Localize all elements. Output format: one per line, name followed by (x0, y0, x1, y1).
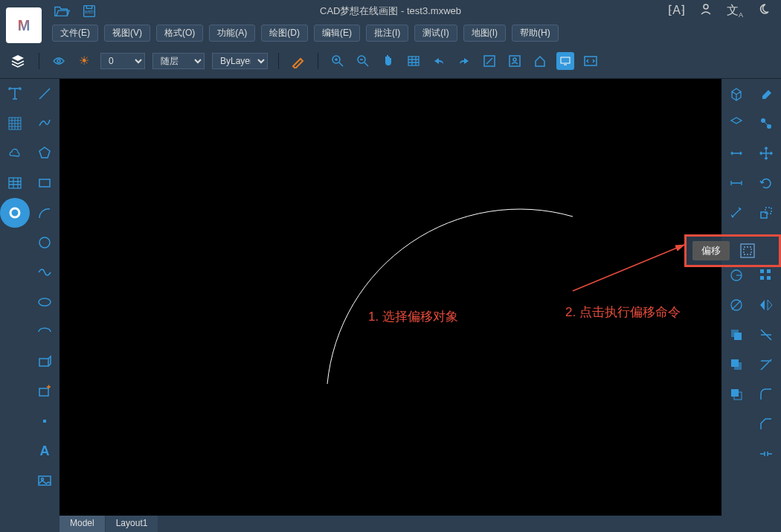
tab-layout1[interactable]: Layout1 (106, 516, 159, 532)
overlap-icon[interactable] (721, 320, 751, 350)
svg-rect-14 (39, 179, 50, 187)
menu-format[interactable]: 格式(O) (156, 25, 203, 42)
cloud-tool-icon[interactable] (0, 138, 30, 168)
zoom-in-icon[interactable] (329, 52, 347, 70)
theme-icon[interactable] (758, 3, 770, 19)
ring-tool-icon[interactable] (0, 198, 30, 228)
svg-rect-20 (43, 420, 46, 423)
svg-rect-37 (731, 359, 739, 367)
drawing-canvas[interactable]: 1. 选择偏移对象 2. 点击执行偏移命令 (60, 79, 721, 532)
code-icon[interactable] (582, 52, 600, 70)
bring-front-icon[interactable] (721, 379, 751, 409)
app-logo[interactable]: M (6, 7, 42, 43)
svg-point-16 (39, 237, 50, 248)
screen-icon[interactable] (556, 52, 574, 70)
user-icon[interactable] (700, 3, 712, 19)
zoom-out-icon[interactable] (354, 52, 372, 70)
ellipse-tool-icon[interactable] (30, 287, 60, 317)
mtext-tool-icon[interactable]: A (30, 436, 60, 466)
rotate-icon[interactable] (751, 168, 781, 198)
scale-icon[interactable] (751, 198, 781, 228)
layers-button[interactable] (7, 51, 28, 71)
rectangle-tool-icon[interactable] (30, 168, 60, 198)
table-tool-icon[interactable] (0, 168, 30, 198)
mirror-icon[interactable] (751, 290, 781, 320)
svg-rect-31 (760, 276, 764, 280)
svg-rect-35 (734, 333, 742, 340)
dim-horizontal-icon[interactable] (721, 138, 751, 168)
move-icon[interactable] (751, 138, 781, 168)
arc-object[interactable] (60, 79, 721, 518)
arc-tool-icon[interactable] (30, 198, 60, 228)
svg-rect-13 (9, 178, 21, 188)
grid-icon[interactable] (405, 52, 422, 70)
extent-icon[interactable] (481, 52, 498, 70)
color-combo[interactable]: ByLayer (212, 53, 268, 69)
sun-icon[interactable]: ☀ (75, 52, 93, 70)
menu-map[interactable]: 地图(I) (463, 25, 506, 42)
trim-icon[interactable] (751, 320, 781, 350)
save-file-icon[interactable]: web (81, 4, 97, 19)
offset-tool-icon[interactable] (737, 240, 758, 261)
copy-icon[interactable] (751, 109, 781, 138)
line-tool-icon[interactable] (30, 79, 60, 109)
dim-aligned-icon[interactable] (721, 198, 751, 228)
menu-draw[interactable]: 绘图(D) (261, 25, 308, 42)
svg-rect-32 (767, 276, 771, 280)
polyline-tool-icon[interactable] (30, 109, 60, 138)
tab-model[interactable]: Model (60, 516, 106, 532)
home-icon[interactable] (531, 52, 549, 70)
svg-point-15 (10, 208, 19, 217)
ellipse-arc-tool-icon[interactable] (30, 317, 60, 347)
image-tool-icon[interactable] (30, 466, 60, 496)
menu-annotate[interactable]: 批注(I) (366, 25, 408, 42)
3d-box-icon[interactable] (721, 79, 751, 109)
annotation-step2: 2. 点击执行偏移命令 (565, 304, 681, 321)
text-tool-icon[interactable] (0, 79, 30, 109)
svg-point-17 (39, 298, 51, 306)
spline-tool-icon[interactable] (30, 257, 60, 287)
linetype-combo[interactable]: 随层 (152, 53, 205, 69)
svg-rect-18 (39, 359, 48, 366)
undo-icon[interactable] (430, 52, 448, 70)
menu-function[interactable]: 功能(A) (209, 25, 255, 42)
menu-test[interactable]: 测试(I) (414, 25, 457, 42)
chamfer-icon[interactable] (751, 409, 781, 439)
redo-icon[interactable] (455, 52, 473, 70)
menu-file[interactable]: 文件(E) (52, 25, 98, 42)
open-file-icon[interactable] (54, 4, 70, 19)
menu-view[interactable]: 视图(V) (104, 25, 150, 42)
window-title: CAD梦想在线画图 - test3.mxweb (320, 4, 461, 18)
block-tool-icon[interactable] (30, 347, 60, 376)
polygon-tool-icon[interactable] (30, 138, 60, 168)
dim-linear-icon[interactable] (721, 168, 751, 198)
erase-icon[interactable] (751, 79, 781, 109)
menu-edit[interactable]: 编辑(E) (314, 25, 360, 42)
send-back-icon[interactable] (721, 350, 751, 379)
user-rect-icon[interactable] (506, 52, 524, 70)
svg-point-3 (57, 60, 60, 63)
svg-rect-27 (765, 208, 771, 214)
circle-tool-icon[interactable] (30, 228, 60, 257)
dim-diameter-icon[interactable] (721, 290, 751, 320)
pan-icon[interactable] (379, 52, 397, 70)
hatch-tool-icon[interactable] (0, 109, 30, 138)
arrow-icon (565, 239, 692, 298)
annotation-step1: 1. 选择偏移对象 (368, 308, 458, 325)
svg-line-23 (573, 245, 684, 291)
brush-icon[interactable] (289, 52, 307, 70)
fillet-icon[interactable] (751, 379, 781, 409)
language-icon[interactable]: 文A (727, 3, 743, 19)
point-tool-icon[interactable] (30, 406, 60, 436)
menu-help[interactable]: 帮助(H) (512, 25, 559, 42)
svg-rect-10 (561, 57, 570, 63)
ai-icon[interactable]: ⁅A⁆ (668, 3, 685, 19)
insert-block-icon[interactable] (30, 376, 60, 406)
svg-rect-19 (39, 388, 48, 396)
break-icon[interactable] (751, 439, 781, 469)
layer-combo[interactable]: 0 (100, 53, 145, 69)
extend-icon[interactable] (751, 350, 781, 379)
visibility-icon[interactable] (50, 52, 68, 70)
logo-text: M (18, 17, 30, 34)
face-icon[interactable] (721, 109, 751, 138)
